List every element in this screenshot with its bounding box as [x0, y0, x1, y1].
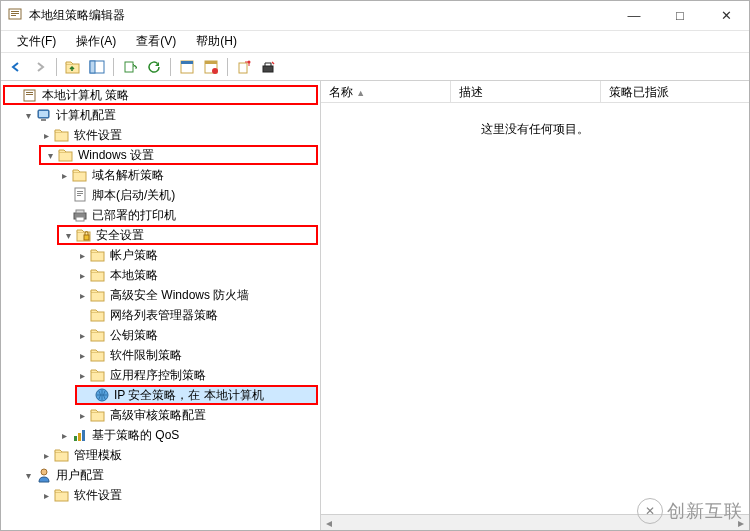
tree-scripts[interactable]: ▸ 脚本(启动/关机)	[57, 185, 318, 205]
expander-icon[interactable]: ▾	[61, 228, 75, 242]
expander-icon[interactable]: ▾	[21, 108, 35, 122]
tree-software-settings[interactable]: ▸ 软件设置	[39, 125, 318, 145]
back-button[interactable]	[5, 56, 27, 78]
svg-rect-16	[24, 90, 35, 101]
scroll-track[interactable]	[337, 515, 733, 530]
tree-pane[interactable]: ▾ 本地计算机 策略 ▾ 计算机配置 ▸	[1, 81, 321, 530]
folder-icon	[72, 167, 88, 183]
properties-button[interactable]	[176, 56, 198, 78]
svg-rect-17	[26, 92, 33, 93]
folder-icon	[90, 267, 106, 283]
expander-icon[interactable]: ▸	[75, 408, 89, 422]
menu-action[interactable]: 操作(A)	[66, 31, 126, 52]
folder-icon	[90, 307, 106, 323]
properties2-button[interactable]	[200, 56, 222, 78]
toolbar	[1, 53, 749, 81]
tree-label: 基于策略的 QoS	[92, 427, 179, 444]
expander-icon[interactable]: ▸	[39, 128, 53, 142]
folder-icon	[54, 127, 70, 143]
folder-icon	[54, 447, 70, 463]
menu-help[interactable]: 帮助(H)	[186, 31, 247, 52]
app-icon	[7, 6, 23, 25]
menu-view[interactable]: 查看(V)	[126, 31, 186, 52]
expander-icon[interactable]: ▸	[75, 328, 89, 342]
svg-rect-30	[76, 210, 84, 213]
tree-public-key[interactable]: ▸公钥策略	[75, 325, 318, 345]
titlebar: 本地组策略编辑器 — □ ✕	[1, 1, 749, 31]
tree-software-settings-user[interactable]: ▸ 软件设置	[39, 485, 318, 505]
svg-rect-27	[77, 193, 83, 194]
svg-rect-18	[26, 94, 33, 95]
column-assigned[interactable]: 策略已指派	[601, 81, 749, 102]
tree-windows-settings[interactable]: ▾ Windows 设置	[39, 145, 318, 165]
tree-user-config[interactable]: ▾ 用户配置	[21, 465, 318, 485]
close-button[interactable]: ✕	[703, 1, 749, 31]
svg-rect-1	[11, 11, 19, 12]
forward-button[interactable]	[29, 56, 51, 78]
tree-label: 用户配置	[56, 467, 104, 484]
qos-icon	[72, 427, 88, 443]
list-body[interactable]: 这里没有任何项目。 ◂ ▸	[321, 103, 749, 530]
tree-computer-config[interactable]: ▾ 计算机配置	[21, 105, 318, 125]
up-button[interactable]	[62, 56, 84, 78]
expander-icon[interactable]: ▸	[75, 248, 89, 262]
svg-rect-2	[11, 13, 19, 14]
svg-rect-38	[91, 332, 104, 341]
svg-rect-46	[55, 452, 68, 461]
expander-icon[interactable]: ▸	[75, 268, 89, 282]
svg-rect-11	[205, 61, 217, 64]
expander-icon[interactable]: ▾	[43, 148, 57, 162]
tree-deployed-printers[interactable]: ▸ 已部署的打印机	[57, 205, 318, 225]
tree-label: 脚本(启动/关机)	[92, 187, 175, 204]
tree-local-policy[interactable]: ▸本地策略	[75, 265, 318, 285]
scroll-left-icon[interactable]: ◂	[321, 515, 337, 530]
svg-point-14	[248, 60, 251, 63]
tree-audit[interactable]: ▸高级审核策略配置	[75, 405, 318, 425]
tree-wfas[interactable]: ▸高级安全 Windows 防火墙	[75, 285, 318, 305]
tree-qos[interactable]: ▸ 基于策略的 QoS	[57, 425, 318, 445]
tree-label: 高级审核策略配置	[110, 407, 206, 424]
svg-rect-42	[91, 412, 104, 421]
tree-name-resolution[interactable]: ▸ 域名解析策略	[57, 165, 318, 185]
printer-icon	[72, 207, 88, 223]
expander-icon[interactable]: ▸	[75, 348, 89, 362]
tree-nlm[interactable]: ▸网络列表管理器策略	[75, 305, 318, 325]
menu-file[interactable]: 文件(F)	[7, 31, 66, 52]
tree-account-policy[interactable]: ▸帐户策略	[75, 245, 318, 265]
tree-label: 已部署的打印机	[92, 207, 176, 224]
tree-label: 本地策略	[110, 267, 158, 284]
tree-software-restriction[interactable]: ▸软件限制策略	[75, 345, 318, 365]
minimize-button[interactable]: —	[611, 1, 657, 31]
svg-rect-15	[263, 66, 273, 72]
toolbar-separator	[113, 58, 114, 76]
expander-icon[interactable]: ▸	[57, 428, 71, 442]
tree-label: 软件设置	[74, 127, 122, 144]
action1-button[interactable]	[233, 56, 255, 78]
tree-app-control[interactable]: ▸应用程序控制策略	[75, 365, 318, 385]
refresh-button[interactable]	[143, 56, 165, 78]
expander-icon[interactable]: ▸	[39, 448, 53, 462]
column-name[interactable]: 名称 ▲	[321, 81, 451, 102]
tree-security-settings[interactable]: ▾ 安全设置	[57, 225, 318, 245]
svg-rect-35	[91, 272, 104, 281]
expander-icon[interactable]: ▸	[75, 288, 89, 302]
svg-point-47	[41, 469, 47, 475]
expander-icon[interactable]: ▸	[39, 488, 53, 502]
column-desc[interactable]: 描述	[451, 81, 601, 102]
tree-ipsec[interactable]: ▸IP 安全策略，在 本地计算机	[75, 385, 318, 405]
show-hide-tree-button[interactable]	[86, 56, 108, 78]
expander-icon[interactable]: ▸	[57, 168, 71, 182]
svg-rect-3	[11, 15, 16, 16]
svg-rect-13	[239, 63, 247, 73]
scroll-right-icon[interactable]: ▸	[733, 515, 749, 530]
maximize-button[interactable]: □	[657, 1, 703, 31]
svg-rect-21	[41, 119, 46, 121]
tree-root[interactable]: ▾ 本地计算机 策略	[3, 85, 318, 105]
horizontal-scrollbar[interactable]: ◂ ▸	[321, 514, 749, 530]
expander-icon[interactable]: ▸	[75, 368, 89, 382]
tree-admin-templates[interactable]: ▸ 管理模板	[39, 445, 318, 465]
action2-button[interactable]	[257, 56, 279, 78]
export-button[interactable]	[119, 56, 141, 78]
expander-icon[interactable]: ▾	[21, 468, 35, 482]
svg-rect-26	[77, 191, 83, 192]
